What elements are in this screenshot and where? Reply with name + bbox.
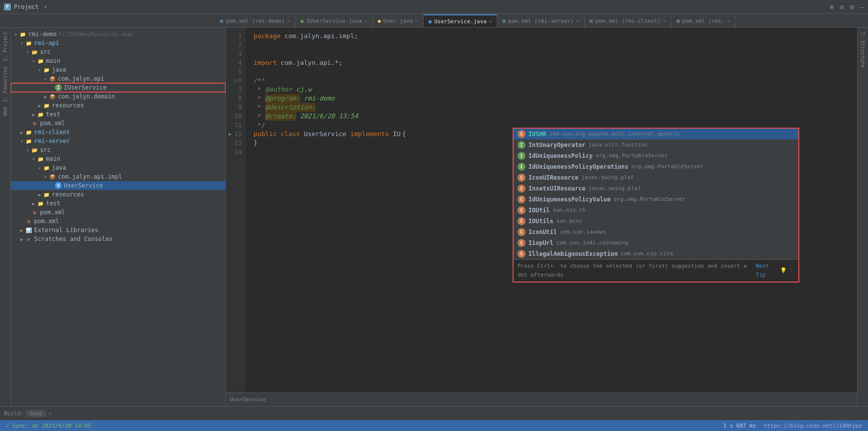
tree-item-iuserservice[interactable]: I IUserService: [11, 83, 225, 92]
tab-pom-rmi-client[interactable]: m pom.xml (rmi-client) ×: [585, 14, 672, 27]
autocomplete-item-iconutil[interactable]: C IconUtil com.sun.javaws: [514, 227, 798, 238]
ac-name-intunaryoperator: IntUnaryOperator: [528, 141, 586, 149]
line-numbers: 1 2 3 4 5 ⊘6 7 8 9 10 11 ▶12 13 14: [226, 28, 246, 392]
tab-label-pom-rmi-demo: pom.xml (rmi-demo): [226, 18, 285, 24]
tree-item-com-jalyn-api-impl[interactable]: ▾ 📦 com.jalyn.api.impl: [11, 172, 225, 181]
cmt-val-author: cj.w: [292, 85, 311, 94]
tab-user[interactable]: ● User.java ×: [373, 14, 424, 27]
sidebar-item-favorites[interactable]: 2: Favorites: [1, 64, 9, 104]
tree-item-main-server[interactable]: ▾ 📁 main: [11, 154, 225, 163]
status-bar: ✓ Sync: at 2021/6/20 14:05 1 s 687 ms ht…: [0, 420, 868, 431]
editor-content: 1 2 3 4 5 ⊘6 7 8 9 10 11 ▶12 13 14: [226, 28, 857, 392]
sidebar-item-project[interactable]: 1: Project: [1, 30, 9, 63]
tab-close-iuserservice[interactable]: ×: [364, 18, 367, 24]
tab-pom-rmi-demo[interactable]: m pom.xml (rmi-demo) ×: [215, 14, 296, 27]
tree-label-rmi-server: rmi-server: [34, 138, 70, 144]
tree-arrow-java-server: ▾: [37, 165, 43, 171]
ac-pkg-ioutils: sun.misc: [557, 217, 583, 226]
tree-item-resources-api[interactable]: ▶ 📁 resources: [11, 101, 225, 110]
tree-item-pom-root[interactable]: m pom.xml: [11, 217, 225, 226]
tree-arrow-external-libs: ▶: [19, 228, 25, 233]
tree-item-rmi-demo[interactable]: ▾ 📁 rmi-demo F:\IDEAWordSpace\rmi-demo: [11, 30, 225, 39]
tree-label-main-server: main: [46, 155, 60, 162]
tree-item-src-api[interactable]: ▾ 📂 src: [11, 48, 225, 56]
code-editor[interactable]: package com.jalyn.api.impl; import com.j…: [246, 28, 857, 392]
tree-item-test-api[interactable]: ▶ 📁 test: [11, 110, 225, 119]
tree-item-java-server[interactable]: ▾ 📁 java: [11, 163, 225, 172]
folder-icon-src-api: 📂: [31, 48, 39, 56]
tree-item-scratches[interactable]: ▶ ⚙ Scratches and Consoles: [11, 235, 225, 243]
tree-item-com-jalyn-api[interactable]: ▾ 📦 com.jalyn.api: [11, 74, 225, 83]
tab-iuserservice[interactable]: ● IUserService.java ×: [296, 14, 373, 27]
tree-arrow-test-server: ▶: [31, 201, 37, 206]
project-arrow[interactable]: ▾: [44, 3, 47, 10]
autocomplete-item-iconuiresource[interactable]: C IconUIResource javax.swing.plaf: [514, 172, 798, 183]
settings-icon[interactable]: ⚙: [850, 3, 854, 11]
tab-userservice[interactable]: ● UserService.java ×: [424, 14, 498, 27]
autocomplete-item-iduniquenesspolicyoperations[interactable]: I IdUniquenessPolicyOperations org.omg.P…: [514, 161, 798, 172]
ac-name-ioutils: IOUtils: [528, 217, 554, 226]
tree-item-src-server[interactable]: ▾ 📂 src: [11, 145, 225, 154]
comment-space-7: *: [254, 85, 265, 94]
editor-breadcrumb: UserService: [226, 392, 857, 406]
tab-close-pom-rmi[interactable]: ×: [727, 18, 730, 24]
structure-panel-label[interactable]: 7: Structure: [859, 30, 867, 69]
minimize-button[interactable]: —: [860, 3, 864, 11]
tree-label-scratches: Scratches and Consoles: [34, 236, 113, 242]
autocomplete-item-intunaryoperator[interactable]: I IntUnaryOperator java.util.function: [514, 140, 798, 150]
more-options-icon[interactable]: ⋮: [789, 266, 794, 275]
tree-item-pom-api[interactable]: m pom.xml: [11, 119, 225, 128]
autocomplete-item-ioutils[interactable]: C IOUtils sun.misc: [514, 216, 798, 227]
tree-item-main-api[interactable]: ▾ 📁 main: [11, 56, 225, 65]
tab-close-user[interactable]: ×: [415, 18, 418, 24]
tree-item-rmi-client[interactable]: ▶ 📁 rmi-client: [11, 128, 225, 137]
autocomplete-item-iduniquenesspolicy[interactable]: I IdUniquenessPolicy org.omg.PortableSer…: [514, 150, 798, 161]
tab-close-pom-rmi-client[interactable]: ×: [663, 18, 666, 24]
tree-item-pom-server[interactable]: m pom.xml: [11, 208, 225, 217]
code-line-8: * @program: rmi-demo: [254, 94, 857, 103]
autocomplete-popup[interactable]: C IUSHR com.sun.org.apache.bcel.internal…: [513, 128, 799, 283]
tree-item-rmi-api[interactable]: ▾ 📁 rmi-api: [11, 39, 225, 48]
menu-icon[interactable]: ≡: [840, 3, 844, 11]
autocomplete-item-illegalambiguous[interactable]: C IllegalAmbiguousException com.sun.nio.…: [514, 248, 798, 259]
tree-item-userservice[interactable]: U UserService: [11, 181, 225, 190]
tab-close-pom-rmi-server[interactable]: ×: [576, 18, 579, 24]
tree-arrow-resources-api: ▶: [37, 103, 43, 108]
ac-icon-illegalambiguous: C: [518, 250, 525, 258]
tree-item-test-server[interactable]: ▶ 📁 test: [11, 199, 225, 208]
tree-label-test-server: test: [46, 200, 60, 207]
gutter-icon-12: ▶: [227, 130, 234, 139]
sidebar-item-web[interactable]: Web: [1, 105, 9, 118]
tab-close-pom-rmi-demo[interactable]: ×: [287, 18, 290, 24]
autocomplete-item-iushr[interactable]: C IUSHR com.sun.org.apache.bcel.internal…: [514, 129, 798, 140]
tree-arrow-src-api: ▾: [25, 49, 31, 55]
code-line-3: [254, 49, 857, 58]
tree-label-external-libs: External Libraries: [34, 227, 98, 234]
tree-path-rmi-demo: F:\IDEAWordSpace\rmi-demo: [59, 32, 133, 37]
sync-status: ✓ Sync: at 2021/6/20 14:05: [6, 423, 91, 429]
autocomplete-item-ioutil[interactable]: C IOUtil sun.nio.ch: [514, 205, 798, 216]
autocomplete-item-iiopurl[interactable]: C IiopUrl com.sun.jndi.cosnaming: [514, 238, 798, 248]
tab-pom-rmi[interactable]: m pom.xml (rmi- ×: [672, 14, 736, 27]
java-green-icon: I: [55, 84, 62, 91]
earth-icon[interactable]: ⊕: [829, 3, 833, 11]
tree-item-resources-server[interactable]: ▶ 📁 resources: [11, 190, 225, 199]
tree-item-external-libs[interactable]: ▶ 📊 External Libraries: [11, 226, 225, 235]
autocomplete-item-insetsuiresource[interactable]: C InsetsUIResource javax.swing.plaf: [514, 183, 798, 194]
tree-label-pom-api: pom.xml: [40, 120, 65, 127]
tree-item-rmi-server[interactable]: ▾ 📁 rmi-server: [11, 137, 225, 145]
autocomplete-item-iduniquenesspolicyvalue[interactable]: C IdUniquenessPolicyValue org.omg.Portab…: [514, 194, 798, 205]
tree-arrow-com-jalyn-api-impl: ▾: [43, 174, 48, 180]
cmt-tag-program: @program:: [265, 94, 300, 103]
tab-close-userservice[interactable]: ×: [489, 19, 492, 24]
folder-icon-src-server: 📂: [31, 146, 39, 154]
tree-item-com-jalyn-domain[interactable]: ▶ 📦 com.jalyn.domain: [11, 92, 225, 101]
tab-pom-rmi-server[interactable]: m pom.xml (rmi-server) ×: [497, 14, 584, 27]
kw-package: package: [254, 32, 281, 41]
tree-item-java-api[interactable]: ▾ 📁 java: [11, 65, 225, 74]
sync-close-button[interactable]: ×: [48, 410, 52, 417]
next-tip-button[interactable]: Next Tip: [756, 262, 778, 280]
title-bar-right: ⊕ ≡ ⚙ —: [829, 3, 864, 11]
sync-tab[interactable]: Sync: [26, 410, 47, 417]
java-cyan-icon: U: [55, 182, 62, 189]
